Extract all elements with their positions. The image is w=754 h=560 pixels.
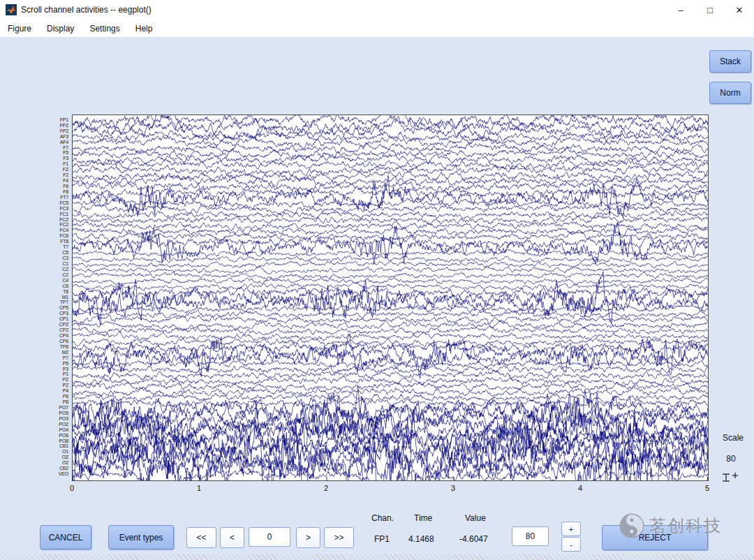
channel-label-column: FP1FPZFP2AF3AF4F7F5F3F1FZF2F4F6F8FT7FC5F… [36,115,70,481]
rewind-fast-button[interactable]: << [186,527,216,548]
channel-label: FC6 [36,233,68,239]
channel-label: P5 [36,361,68,367]
channel-label: F2 [36,172,68,178]
channel-label: CP4 [36,333,68,339]
channel-label: CZ [36,267,68,272]
channel-label: TP7 [36,300,68,305]
channel-label: CP1 [36,316,68,322]
stack-button[interactable]: Stack [709,50,751,73]
forward-fast-button[interactable]: >> [324,527,354,548]
rewind-button[interactable]: < [220,527,244,548]
eegplot-window: Scroll channel activities -- eegplot() –… [0,0,754,560]
channel-label: VEO [36,471,68,477]
channel-label: C4 [36,278,68,283]
channel-label: CP2 [36,327,68,333]
channel-label: CB2 [36,466,68,471]
minimize-button[interactable]: – [666,0,695,20]
close-button[interactable]: ✕ [725,0,754,20]
menu-settings[interactable]: Settings [82,20,127,37]
x-tick-label: 3 [445,484,461,492]
channel-label: PO6 [36,433,68,439]
channel-label: FC4 [36,228,68,233]
channel-label: FZ [36,167,68,172]
chan-label: Chan. [371,513,394,523]
channel-label: M1 [36,295,68,300]
channel-label: O2 [36,460,68,466]
channel-label: PZ [36,377,68,383]
channel-label: PO4 [36,427,68,433]
channel-label: OZ [36,455,68,460]
channel-label: F4 [36,178,68,184]
window-title: Scroll channel activities -- eegplot() [21,5,151,15]
channel-label: F1 [36,161,68,167]
channel-label: FCZ [36,217,68,223]
chan-value: FP1 [374,534,390,544]
channel-label: P1 [36,371,68,377]
channel-label: C1 [36,261,68,267]
channel-label: P3 [36,367,68,372]
channel-label: FT7 [36,195,68,200]
channel-label: C2 [36,272,68,278]
time-label: Time [414,513,432,523]
time-value: 4.1468 [408,534,434,544]
channel-label: PO5 [36,411,68,416]
eeg-plot-box [72,115,709,481]
spacing-decrease-button[interactable]: - [561,537,581,552]
channel-label: F7 [36,145,68,151]
bottom-hatch-strip [0,554,754,560]
menu-bar: Figure Display Settings Help [0,20,754,38]
event-types-button[interactable]: Event types [108,525,174,550]
channel-label: P8 [36,399,68,405]
channel-label: T8 [36,289,68,295]
position-input[interactable] [249,527,290,547]
maximize-button[interactable]: □ [695,0,725,20]
x-tick-label: 0 [64,484,80,492]
channel-label: C5 [36,250,68,256]
menu-display[interactable]: Display [39,20,82,37]
reject-button[interactable]: REJECT [602,525,708,550]
channel-label: P4 [36,388,68,394]
channel-label: FPZ [36,123,68,128]
x-tick-label: 5 [700,484,715,492]
channel-label: AF3 [36,134,68,140]
matlab-icon [6,4,17,15]
norm-button[interactable]: Norm [709,82,751,104]
menu-help[interactable]: Help [128,20,161,37]
channel-label: C6 [36,283,68,289]
scale-ibeam-icon [720,472,741,483]
channel-label: F5 [36,150,68,156]
cancel-button[interactable]: CANCEL [40,525,91,550]
x-tick-label: 2 [318,484,334,492]
menu-figure[interactable]: Figure [0,20,39,37]
channel-label: FC1 [36,212,68,217]
channel-label: FT8 [36,239,68,244]
x-axis-ticks: 012345 [72,484,709,494]
channel-label: PO8 [36,439,68,444]
channel-label: TP8 [36,344,68,350]
channel-label: CP5 [36,305,68,311]
channel-label: F6 [36,184,68,189]
channel-label: P7 [36,355,68,361]
spacing-input[interactable] [512,526,549,546]
value-value: -4.6047 [459,534,488,544]
scale-label: Scale [714,433,753,443]
channel-label: C3 [36,256,68,261]
x-tick-label: 4 [572,484,588,492]
channel-label: FC2 [36,222,68,228]
title-bar: Scroll channel activities -- eegplot() –… [0,0,754,20]
channel-label: CP6 [36,339,68,344]
spacing-increase-button[interactable]: + [561,522,581,536]
forward-button[interactable]: > [296,527,320,548]
channel-label: T7 [36,244,68,250]
channel-label: FC5 [36,200,68,206]
channel-label: AF4 [36,140,68,145]
channel-label: P2 [36,383,68,388]
value-label: Value [465,513,486,523]
eeg-plot-canvas[interactable] [73,115,708,480]
channel-label: CP3 [36,311,68,316]
channel-label: O1 [36,449,68,455]
channel-label: FP1 [36,117,68,123]
channel-label: POZ [36,422,68,427]
channel-label: M2 [36,350,68,355]
channel-label: F3 [36,156,68,161]
